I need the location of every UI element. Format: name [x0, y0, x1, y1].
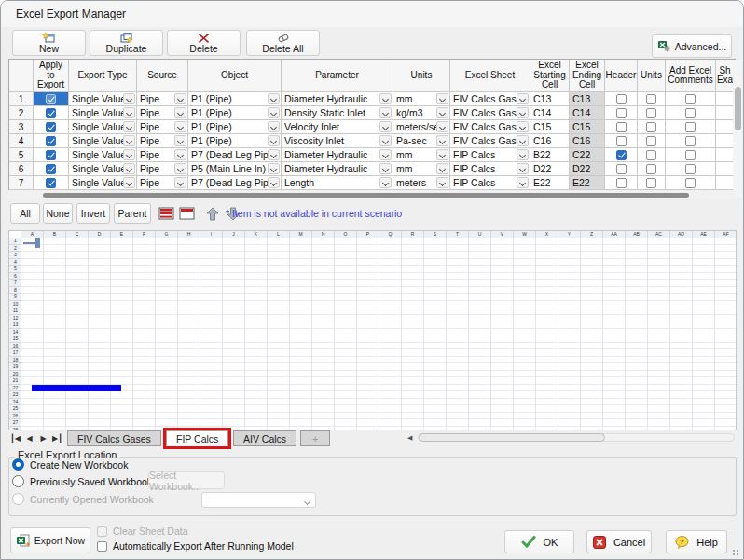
- table-cell-parameter[interactable]: Density Static Inlet: [282, 106, 393, 120]
- header-checkbox[interactable]: [616, 164, 627, 174]
- comments-checkbox[interactable]: [685, 108, 696, 118]
- table-cell-sheet[interactable]: FIP Calcs: [450, 176, 530, 190]
- dropdown-arrow-icon[interactable]: [379, 149, 392, 160]
- table-cell-sheet[interactable]: FIV Calcs Gases: [450, 120, 530, 134]
- table-cell-source[interactable]: Pipe: [137, 92, 188, 106]
- dropdown-arrow-icon[interactable]: [174, 163, 186, 174]
- table-cell-parameter[interactable]: Diameter Hydraulic: [282, 148, 393, 162]
- dropdown-arrow-icon[interactable]: [174, 121, 186, 132]
- dropdown-arrow-icon[interactable]: [123, 107, 135, 118]
- dropdown-arrow-icon[interactable]: [436, 135, 448, 146]
- dropdown-arrow-icon[interactable]: [379, 121, 392, 132]
- dropdown-arrow-icon[interactable]: [268, 163, 280, 174]
- table-cell-comments[interactable]: [666, 120, 716, 134]
- dropdown-arrow-icon[interactable]: [268, 135, 280, 146]
- table-cell-units[interactable]: meters/sec: [393, 120, 450, 134]
- dropdown-arrow-icon[interactable]: [517, 177, 529, 188]
- option-currently-opened-workbook[interactable]: Currently Opened Workbook: [12, 493, 154, 505]
- table-cell-type[interactable]: Single Value: [69, 148, 137, 162]
- table-cell-units2[interactable]: [638, 162, 666, 176]
- table-cell-type[interactable]: Single Value: [69, 120, 137, 134]
- radio-previously-saved-workbook[interactable]: [12, 475, 24, 487]
- table-cell-parameter[interactable]: Velocity Inlet: [282, 120, 393, 134]
- sheet-tab-fip-calcs[interactable]: FIP Calcs: [166, 430, 228, 446]
- table-cell-num[interactable]: 3: [9, 120, 34, 134]
- table-cell-header[interactable]: [605, 176, 638, 190]
- table-cell-type[interactable]: Single Value: [69, 162, 137, 176]
- dropdown-arrow-icon[interactable]: [517, 107, 529, 118]
- table-cell-num[interactable]: 2: [9, 106, 34, 120]
- table-cell-units2[interactable]: [638, 134, 666, 148]
- table-cell-header[interactable]: [605, 120, 638, 134]
- dropdown-arrow-icon[interactable]: [268, 149, 280, 160]
- dropdown-arrow-icon[interactable]: [436, 163, 448, 174]
- move-up-button[interactable]: [203, 205, 221, 222]
- header-checkbox[interactable]: [616, 136, 627, 146]
- spreadsheet-preview[interactable]: ABCDEFGHIJKLMNOPQRSTUVWXYZAAABACADAEAF 1…: [8, 230, 737, 430]
- dropdown-arrow-icon[interactable]: [123, 121, 135, 132]
- dropdown-arrow-icon[interactable]: [174, 107, 186, 118]
- table-cell-num[interactable]: 4: [9, 134, 34, 148]
- table-vertical-scrollbar[interactable]: [733, 60, 742, 198]
- comments-checkbox[interactable]: [685, 122, 696, 132]
- select-none-button[interactable]: None: [43, 203, 73, 224]
- table-cell-sheet[interactable]: FIP Calcs: [450, 148, 530, 162]
- table-cell-apply[interactable]: [34, 176, 69, 190]
- table-cell-sheet[interactable]: FIV Calcs Gases: [450, 92, 530, 106]
- dropdown-arrow-icon[interactable]: [268, 121, 280, 132]
- sheet-tab-aiv-calcs[interactable]: AIV Calcs: [233, 430, 296, 446]
- grid-body[interactable]: [21, 238, 736, 430]
- table-cell-units2[interactable]: [638, 120, 666, 134]
- table-cell-units2[interactable]: [638, 92, 666, 106]
- table-cell-num[interactable]: 6: [9, 162, 34, 176]
- radio-currently-opened-workbook[interactable]: [12, 493, 24, 505]
- table-cell-parameter[interactable]: Diameter Hydraulic: [282, 92, 393, 106]
- table-cell-object[interactable]: P1 (Pipe): [188, 106, 282, 120]
- table-cell-parameter[interactable]: Length: [282, 176, 393, 190]
- table-horizontal-scrollbar[interactable]: [8, 190, 736, 199]
- dropdown-arrow-icon[interactable]: [517, 149, 529, 160]
- comments-checkbox[interactable]: [685, 150, 696, 160]
- collapse-all-button[interactable]: [178, 205, 196, 222]
- help-button[interactable]: ? Help: [666, 530, 727, 553]
- dropdown-arrow-icon[interactable]: [123, 177, 135, 188]
- table-cell-comments[interactable]: [666, 106, 716, 120]
- apply-checkbox[interactable]: [46, 178, 56, 188]
- tab-nav-next-icon[interactable]: ▶: [38, 432, 48, 445]
- cancel-button[interactable]: Cancel: [586, 530, 652, 553]
- auto-export-option[interactable]: Automatically Export After Running Model: [97, 540, 294, 552]
- units2-checkbox[interactable]: [646, 94, 656, 104]
- table-cell-object[interactable]: P1 (Pipe): [188, 134, 282, 148]
- table-cell-comments[interactable]: [666, 162, 716, 176]
- table-cell-start[interactable]: B22: [530, 148, 570, 162]
- tab-scroll-left-icon[interactable]: ◀: [407, 433, 412, 442]
- table-cell-comments[interactable]: [666, 176, 716, 190]
- table-cell-type[interactable]: Single Value: [69, 134, 137, 148]
- apply-checkbox[interactable]: [46, 164, 56, 174]
- delete-button[interactable]: Delete: [167, 30, 241, 56]
- table-cell-apply[interactable]: [34, 134, 69, 148]
- table-cell-apply[interactable]: [34, 162, 69, 176]
- comments-checkbox[interactable]: [685, 136, 696, 146]
- table-cell-units2[interactable]: [638, 106, 666, 120]
- table-cell-object[interactable]: P1 (Pipe): [188, 92, 282, 106]
- table-cell-sheet[interactable]: FIV Calcs Gases: [450, 134, 530, 148]
- apply-checkbox[interactable]: [46, 122, 56, 132]
- dropdown-arrow-icon[interactable]: [123, 163, 135, 174]
- units2-checkbox[interactable]: [646, 178, 656, 188]
- expand-all-button[interactable]: [158, 205, 175, 222]
- table-cell-source[interactable]: Pipe: [137, 176, 188, 190]
- apply-checkbox[interactable]: [46, 136, 56, 146]
- delete-all-button[interactable]: Delete All: [246, 30, 320, 56]
- units2-checkbox[interactable]: [646, 150, 656, 160]
- table-cell-object[interactable]: P7 (Dead Leg Pipe): [188, 176, 282, 190]
- table-cell-header[interactable]: [605, 162, 638, 176]
- header-checkbox[interactable]: [616, 150, 627, 160]
- dropdown-arrow-icon[interactable]: [517, 93, 529, 104]
- table-cell-type[interactable]: Single Value: [69, 106, 137, 120]
- table-cell-num[interactable]: 5: [9, 148, 34, 162]
- table-cell-source[interactable]: Pipe: [137, 106, 188, 120]
- table-cell-object[interactable]: P5 (Main Line In): [188, 162, 282, 176]
- table-cell-type[interactable]: Single Value: [69, 92, 137, 106]
- export-now-button[interactable]: Export Now: [10, 527, 90, 553]
